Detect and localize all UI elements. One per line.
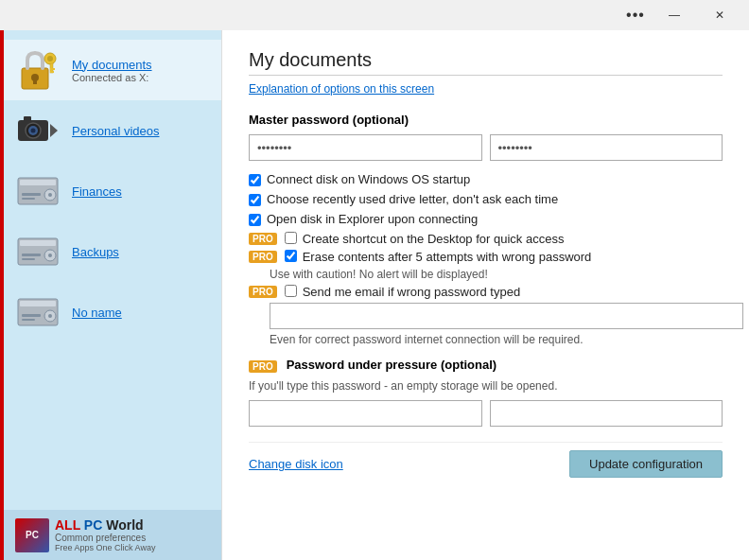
page-title: My documents	[249, 49, 723, 76]
disk-icon-no-name	[15, 289, 61, 335]
master-password-input-2[interactable]	[490, 134, 723, 161]
pro-row-email-inner: Send me email if wrong password typed	[285, 285, 521, 299]
pro-row-erase-inner: Erase contents after 5 attempts with wro…	[285, 250, 592, 264]
window-controls: ••• — ✕	[620, 1, 741, 29]
svg-rect-12	[24, 116, 31, 121]
svg-rect-7	[50, 71, 54, 73]
sidebar-item-backups[interactable]: Backups	[4, 221, 221, 282]
master-password-label: Master password (optional)	[249, 113, 723, 127]
update-configuration-button[interactable]: Update configuration	[569, 450, 723, 478]
title-bar: ••• — ✕	[0, 0, 749, 30]
svg-rect-30	[22, 314, 41, 317]
pro-badge-email: PRO	[249, 286, 277, 298]
checkbox-row-3: Open disk in Explorer upon connecting	[249, 212, 723, 226]
pro-email-section: PRO Send me email if wrong password type…	[249, 285, 723, 346]
watermark-tagline: Common preferences	[55, 533, 155, 543]
svg-marker-13	[50, 124, 58, 137]
pressure-section: PRO Password under pressure (optional) I…	[249, 358, 723, 427]
watermark-brand: ALL PC World	[55, 517, 155, 533]
sidebar-item-personal-videos[interactable]: Personal videos	[4, 100, 221, 161]
checkbox-erase-label: Erase contents after 5 attempts with wro…	[303, 250, 592, 264]
svg-rect-19	[22, 198, 35, 200]
pro-row-shortcut-inner: Create shortcut on the Desktop for quick…	[285, 232, 565, 246]
sidebar-item-no-name-label: No name	[72, 306, 122, 320]
sidebar-item-finances[interactable]: Finances	[4, 161, 221, 221]
pro-row-shortcut: PRO Create shortcut on the Desktop for q…	[249, 232, 723, 246]
pro-badge-shortcut: PRO	[249, 233, 277, 245]
sidebar-watermark: PC ALL PC World Common preferences Free …	[4, 510, 221, 560]
checkbox-email[interactable]	[285, 285, 297, 297]
lock-key-icon	[15, 47, 61, 93]
master-password-row	[249, 134, 723, 161]
sidebar-item-personal-videos-text: Personal videos	[72, 124, 160, 138]
svg-point-17	[48, 193, 52, 197]
svg-point-4	[47, 56, 53, 61]
sidebar-item-my-documents-label: My documents	[72, 58, 152, 72]
sidebar-item-finances-label: Finances	[72, 184, 122, 199]
sidebar-item-my-documents-text: My documents Connected as X:	[72, 58, 152, 83]
svg-rect-21	[20, 240, 56, 246]
close-button[interactable]: ✕	[698, 1, 741, 29]
email-input[interactable]	[270, 303, 743, 329]
pressure-inputs	[249, 400, 723, 427]
checkbox-row-1: Connect disk on Windows OS startup	[249, 172, 723, 186]
camera-icon	[15, 108, 61, 153]
checkbox-open-explorer-label: Open disk in Explorer upon connecting	[267, 212, 478, 226]
main-layout: My documents Connected as X:	[0, 30, 749, 560]
pro-badge-pressure: PRO	[249, 360, 277, 373]
sidebar-item-backups-label: Backups	[72, 245, 119, 259]
svg-rect-15	[20, 180, 56, 185]
svg-rect-25	[22, 258, 35, 260]
sidebar-item-no-name[interactable]: No name	[4, 282, 221, 342]
svg-rect-27	[20, 301, 56, 306]
pro-row-email: PRO Send me email if wrong password type…	[249, 285, 723, 299]
checkbox-connect-disk-label: Connect disk on Windows OS startup	[267, 172, 470, 186]
change-disk-icon-button[interactable]: Change disk icon	[249, 457, 343, 471]
checkbox-shortcut-label: Create shortcut on the Desktop for quick…	[303, 232, 565, 246]
svg-rect-31	[22, 319, 35, 321]
disk-icon-finances	[15, 168, 61, 214]
svg-rect-2	[33, 79, 37, 84]
svg-rect-6	[50, 68, 55, 70]
svg-rect-18	[22, 193, 41, 196]
caution-text: Use with caution! No alert will be displ…	[270, 268, 723, 281]
pressure-input-2[interactable]	[490, 400, 723, 427]
checkbox-shortcut[interactable]	[285, 232, 297, 244]
email-note: Even for correct password internet conne…	[270, 333, 723, 346]
pro-badge-erase: PRO	[249, 251, 277, 263]
sidebar-item-my-documents-sublabel: Connected as X:	[72, 72, 152, 83]
pressure-input-1[interactable]	[249, 400, 482, 427]
checkbox-drive-letter[interactable]	[249, 194, 261, 206]
help-link[interactable]: Explanation of options on this screen	[249, 82, 434, 96]
svg-point-23	[48, 254, 52, 257]
sidebar-item-backups-text: Backups	[72, 245, 119, 259]
minimize-button[interactable]: —	[653, 1, 696, 29]
checkbox-open-explorer[interactable]	[249, 214, 261, 226]
sidebar-item-no-name-text: No name	[72, 306, 122, 320]
checkbox-email-label: Send me email if wrong password typed	[303, 285, 521, 299]
sidebar-item-my-documents[interactable]: My documents Connected as X:	[4, 40, 221, 100]
checkbox-drive-letter-label: Choose recently used drive letter, don't…	[267, 192, 558, 206]
content-area: My documents Explanation of options on t…	[221, 30, 749, 560]
svg-rect-24	[22, 254, 41, 256]
svg-point-29	[48, 314, 52, 318]
pressure-sublabel: If you'll type this password - an empty …	[249, 379, 723, 393]
checkbox-connect-disk[interactable]	[249, 174, 261, 186]
disk-icon-backups	[15, 229, 61, 274]
sidebar-item-finances-text: Finances	[72, 184, 122, 199]
footer-bar: Change disk icon Update configuration	[249, 442, 723, 478]
pro-row-erase: PRO Erase contents after 5 attempts with…	[249, 250, 723, 264]
svg-point-11	[31, 129, 36, 133]
more-options-button[interactable]: •••	[620, 1, 651, 29]
watermark-sub: Free Apps One Click Away	[55, 543, 155, 552]
sidebar: My documents Connected as X:	[4, 30, 221, 560]
master-password-input-1[interactable]	[249, 134, 482, 161]
sidebar-item-personal-videos-label: Personal videos	[72, 124, 160, 138]
checkbox-erase[interactable]	[285, 250, 297, 262]
pressure-label: Password under pressure (optional)	[287, 358, 497, 372]
checkbox-row-2: Choose recently used drive letter, don't…	[249, 192, 723, 206]
